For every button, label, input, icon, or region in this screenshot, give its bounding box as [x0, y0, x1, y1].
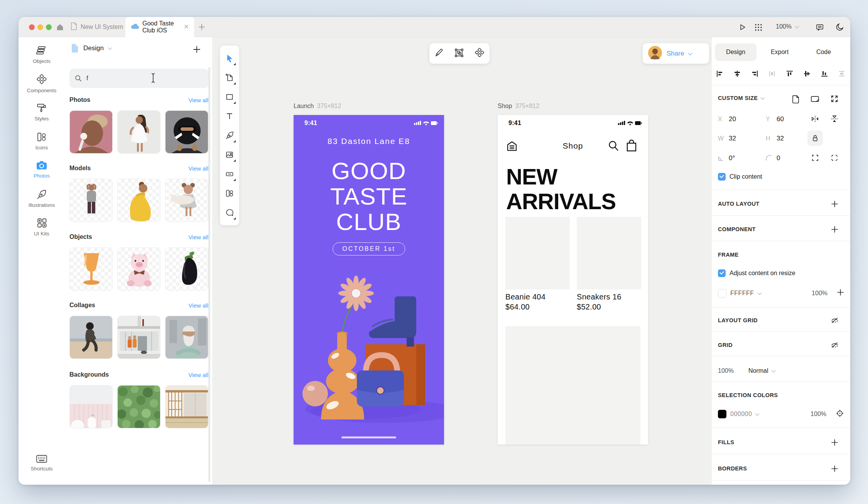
model-thumb-man[interactable]: [69, 179, 113, 222]
w-field[interactable]: 32: [729, 135, 736, 142]
frame-label-launch[interactable]: Launch375×812: [294, 103, 341, 110]
product-image-placeholder-wide[interactable]: [505, 326, 640, 445]
chevron-down-icon[interactable]: [757, 290, 762, 294]
h-field[interactable]: 32: [777, 135, 784, 142]
flip-horizontal-icon[interactable]: [807, 111, 823, 127]
shop-frame[interactable]: 9:41 Shop: [498, 115, 648, 445]
zoom-level-select[interactable]: 100%: [776, 23, 799, 30]
view-all-link[interactable]: View all: [189, 372, 208, 378]
add-component-plus-icon[interactable]: [827, 222, 842, 237]
photo-thumb-face-massage[interactable]: [69, 110, 113, 154]
select-group-icon[interactable]: [454, 48, 464, 59]
background-thumb-foliage[interactable]: [117, 385, 160, 428]
traffic-minimize-button[interactable]: [37, 24, 43, 30]
share-button[interactable]: Share: [667, 50, 684, 58]
add-library-plus-icon[interactable]: [193, 46, 201, 55]
add-fill-plus-icon[interactable]: [837, 289, 844, 298]
grid-eye-off-icon[interactable]: [827, 337, 842, 353]
tab-new-ui-system[interactable]: New UI System: [71, 17, 123, 37]
sidebar-item-icons[interactable]: Icons: [19, 132, 65, 151]
blend-mode-select[interactable]: Normal: [748, 367, 775, 374]
sidebar-item-shortcuts[interactable]: Shortcuts: [19, 455, 65, 472]
text-tool[interactable]: [221, 107, 238, 126]
distribute-vertical-icon[interactable]: [838, 69, 846, 79]
add-auto-layout-plus-icon[interactable]: [827, 196, 842, 211]
new-tab-plus-icon[interactable]: [198, 24, 205, 32]
play-icon[interactable]: [738, 23, 746, 33]
background-thumb-japanese-room[interactable]: [165, 385, 208, 428]
canvas[interactable]: Share Launch375×812 9:41 83 Daston Lane …: [212, 37, 712, 485]
view-all-link[interactable]: View all: [189, 302, 208, 309]
align-horizontal-center-icon[interactable]: [733, 69, 741, 79]
target-crosshair-icon[interactable]: [836, 409, 844, 419]
rectangle-tool[interactable]: [221, 87, 238, 107]
search-icon[interactable]: [607, 140, 620, 154]
collage-thumb-old-man[interactable]: [165, 316, 208, 359]
components-icon[interactable]: [475, 48, 485, 59]
align-vertical-center-icon[interactable]: [803, 69, 811, 79]
grid-dots-icon[interactable]: [755, 24, 762, 33]
object-thumb-goblet[interactable]: [69, 247, 113, 291]
align-right-icon[interactable]: [750, 69, 759, 79]
pen-tool[interactable]: [221, 126, 238, 145]
object-thumb-eggplant[interactable]: [165, 247, 208, 291]
feedback-icon[interactable]: [816, 23, 824, 33]
launch-date-badge[interactable]: OCTOBER 1st: [333, 242, 405, 255]
fill-hex-value[interactable]: FFFFFF: [730, 290, 754, 297]
model-thumb-girl-with-cat[interactable]: [165, 179, 208, 222]
selection-color-swatch[interactable]: [718, 410, 726, 418]
sidebar-item-components[interactable]: Components: [19, 74, 65, 93]
view-all-link[interactable]: View all: [189, 165, 208, 172]
panel-scrollbar[interactable]: [208, 67, 210, 482]
rotation-field[interactable]: 0°: [729, 154, 735, 162]
launch-frame[interactable]: 9:41 83 Daston Lane E8 GOOD TASTE CLUB O…: [294, 115, 444, 445]
avatar[interactable]: [648, 46, 662, 61]
y-field[interactable]: 60: [777, 115, 784, 123]
product-image-placeholder[interactable]: [577, 217, 641, 289]
selection-hex-value[interactable]: 000000: [730, 411, 752, 418]
frame-label-shop[interactable]: Shop375×812: [498, 103, 539, 110]
flip-vertical-icon[interactable]: [827, 111, 842, 127]
sidebar-item-ui-kits[interactable]: UI Kits: [19, 218, 65, 237]
model-thumb-yellow-raincoat[interactable]: [117, 179, 160, 222]
pencil-icon[interactable]: [434, 48, 444, 59]
object-thumb-plush-pig[interactable]: [117, 247, 160, 291]
align-bottom-icon[interactable]: [820, 69, 829, 79]
add-fills-plus-icon[interactable]: [827, 435, 842, 450]
product-image-placeholder[interactable]: [505, 217, 570, 289]
home-icon[interactable]: [56, 23, 64, 33]
selection-opacity-value[interactable]: 100%: [811, 411, 826, 418]
sidebar-item-photos[interactable]: Photos: [19, 161, 65, 179]
round-corners-icon[interactable]: [827, 150, 842, 166]
collage-thumb-building-workers[interactable]: [117, 316, 160, 359]
fill-color-swatch[interactable]: [718, 289, 726, 298]
sidebar-item-illustrations[interactable]: Illustrations: [19, 189, 65, 208]
frame-name[interactable]: Shop: [498, 103, 512, 109]
view-all-link[interactable]: View all: [189, 234, 208, 240]
shopping-bag-icon[interactable]: [625, 139, 638, 154]
selection-color-row[interactable]: 000000 100%: [718, 409, 844, 419]
comment-tool[interactable]: [221, 203, 238, 222]
tab-export[interactable]: Export: [759, 43, 800, 61]
landscape-page-icon[interactable]: [807, 91, 823, 107]
align-top-icon[interactable]: [785, 69, 794, 79]
chevron-down-icon[interactable]: [688, 51, 692, 55]
tab-code[interactable]: Code: [803, 43, 844, 61]
frame-fill-row[interactable]: FFFFFF 100%: [718, 289, 844, 298]
image-tool[interactable]: [221, 145, 238, 164]
library-picker[interactable]: Design: [71, 44, 111, 53]
tab-good-taste-club[interactable]: Good Taste Club iOS: [125, 17, 194, 37]
frame-tool[interactable]: [221, 68, 238, 87]
distribute-horizontal-icon[interactable]: [768, 69, 776, 79]
photo-thumb-white-dress[interactable]: [117, 110, 160, 154]
select-tool[interactable]: [221, 49, 238, 68]
align-left-icon[interactable]: [716, 69, 724, 79]
opacity-field[interactable]: 100%: [718, 367, 734, 374]
frame-name[interactable]: Launch: [294, 103, 314, 109]
traffic-close-button[interactable]: [29, 24, 35, 30]
collage-thumb-beach-jogger[interactable]: [69, 316, 113, 359]
product-name[interactable]: Beanie 404: [505, 293, 545, 301]
expand-fullscreen-icon[interactable]: [827, 91, 842, 107]
search-input[interactable]: f: [69, 69, 208, 88]
background-thumb-bathroom[interactable]: [69, 385, 113, 428]
